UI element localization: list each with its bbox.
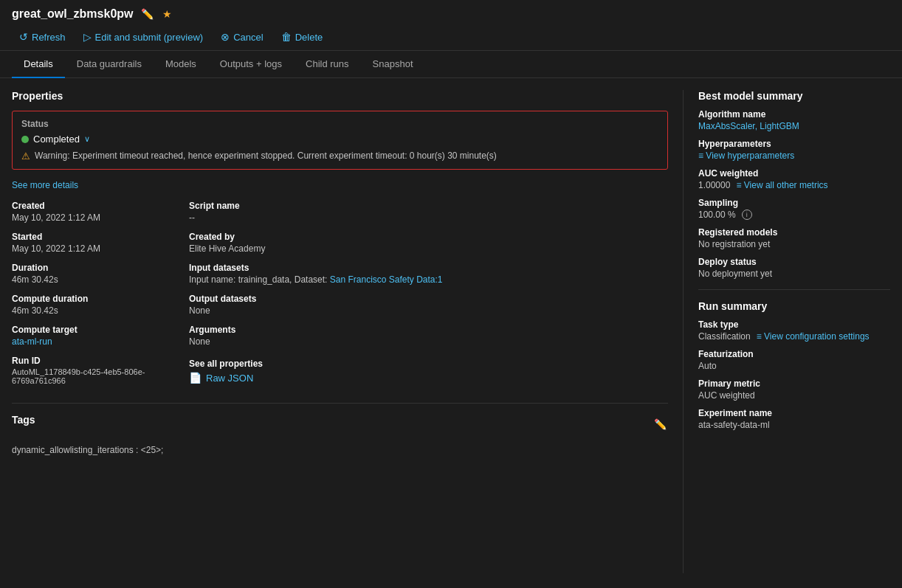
see-all-properties: See all properties 📄 Raw JSON [189,359,668,384]
tabs-bar: Details Data guardrails Models Outputs +… [0,51,902,78]
run-id-prop: Run ID AutoML_1178849b-c425-4eb5-806e-67… [12,356,159,385]
refresh-button[interactable]: ↺ Refresh [12,28,73,46]
run-summary-title: Run summary [698,300,890,312]
tab-details[interactable]: Details [12,51,65,78]
input-datasets-prop: Input datasets Input name: training_data… [189,263,668,285]
sampling-info-icon[interactable]: i [742,210,752,220]
edit-submit-button[interactable]: ▷ Edit and submit (preview) [76,28,211,46]
script-name-prop: Script name -- [189,201,668,223]
registered-models-item: Registered models No registration yet [698,227,890,249]
main-content: Properties Status Completed ∨ ⚠ Warning:… [0,78,902,585]
left-props-column: Created May 10, 2022 1:12 AM Started May… [12,201,159,385]
arguments-prop: Arguments None [189,325,668,347]
compute-target-prop: Compute target ata-ml-run [12,325,159,347]
section-divider [698,289,890,290]
view-hyperparameters-link[interactable]: ≡ View hyperparameters [698,151,890,161]
task-type-item: Task type Classification ≡ View configur… [698,319,890,342]
compute-duration-prop: Compute duration 46m 30.42s [12,294,159,316]
best-model-section: Best model summary Algorithm name MaxAbs… [698,90,890,279]
status-label: Status [21,119,658,129]
view-all-metrics-link[interactable]: ≡ View all other metrics [736,180,827,190]
tab-outputs-logs[interactable]: Outputs + logs [208,51,294,78]
deploy-status-item: Deploy status No deployment yet [698,257,890,279]
tab-data-guardrails[interactable]: Data guardrails [65,51,154,78]
duration-prop: Duration 46m 30.42s [12,263,159,285]
primary-metric-item: Primary metric AUC weighted [698,378,890,401]
left-panel: Properties Status Completed ∨ ⚠ Warning:… [12,90,684,573]
delete-button[interactable]: 🗑 Delete [274,28,331,46]
right-props-column: Script name -- Created by Elite Hive Aca… [189,201,668,385]
refresh-icon: ↺ [19,31,28,43]
run-summary-section: Run summary Task type Classification ≡ V… [698,300,890,430]
status-value: Completed [33,134,80,145]
hyperparameters-item: Hyperparameters ≡ View hyperparameters [698,139,890,161]
raw-json-button[interactable]: 📄 Raw JSON [189,372,253,384]
edit-tags-button[interactable]: ✏️ [653,418,668,430]
sampling-item: Sampling 100.00 % i [698,198,890,220]
page-title-row: great_owl_zbmsk0pw ✏️ ★ ↺ Refresh ▷ Edit… [0,0,902,51]
play-circle-icon: ▷ [83,31,92,43]
tab-models[interactable]: Models [154,51,208,78]
star-icon[interactable]: ★ [161,8,173,20]
experiment-name-item: Experiment name ata-safety-data-ml [698,408,890,430]
tag-item: dynamic_allowlisting_iterations : <25>; [12,442,668,458]
properties-title: Properties [12,90,668,102]
status-box: Status Completed ∨ ⚠ Warning: Experiment… [12,111,668,170]
algorithm-item: Algorithm name MaxAbsScaler, LightGBM [698,109,890,131]
status-completed-row: Completed ∨ [21,134,658,145]
started-prop: Started May 10, 2022 1:12 AM [12,232,159,254]
warning-text: Warning: Experiment timeout reached, hen… [35,151,497,161]
tab-snapshot[interactable]: Snapshot [361,51,425,78]
document-icon: 📄 [189,372,202,384]
algorithm-value[interactable]: MaxAbsScaler, LightGBM [698,121,890,131]
delete-icon: 🗑 [281,31,292,43]
view-config-link[interactable]: ≡ View configuration settings [757,331,870,342]
input-dataset-link[interactable]: San Francisco Safety Data:1 [330,274,443,285]
see-more-details-link[interactable]: See more details [12,180,668,190]
tags-header: Tags ✏️ [12,414,668,435]
edit-pencil-icon[interactable]: ✏️ [140,8,155,20]
toolbar: ↺ Refresh ▷ Edit and submit (preview) ⊗ … [12,28,890,46]
right-panel: Best model summary Algorithm name MaxAbs… [684,90,890,573]
auc-item: AUC weighted 1.00000 ≡ View all other me… [698,168,890,190]
tags-section: Tags ✏️ dynamic_allowlisting_iterations … [12,403,668,458]
cancel-circle-icon: ⊗ [221,31,230,43]
created-prop: Created May 10, 2022 1:12 AM [12,201,159,223]
output-datasets-prop: Output datasets None [189,294,668,316]
tags-title: Tags [12,414,35,426]
page-title: great_owl_zbmsk0pw [12,7,134,21]
created-by-prop: Created by Elite Hive Academy [189,232,668,254]
best-model-title: Best model summary [698,90,890,102]
cancel-button[interactable]: ⊗ Cancel [213,28,270,46]
warning-row: ⚠ Warning: Experiment timeout reached, h… [21,151,658,162]
chevron-down-icon[interactable]: ∨ [84,134,90,144]
green-dot-icon [21,136,29,143]
properties-grid: Created May 10, 2022 1:12 AM Started May… [12,201,668,385]
top-bar: great_owl_zbmsk0pw ✏️ ★ ↺ Refresh ▷ Edit… [0,0,902,51]
warning-icon: ⚠ [21,151,30,162]
tab-child-runs[interactable]: Child runs [294,51,361,78]
featurization-item: Featurization Auto [698,349,890,371]
